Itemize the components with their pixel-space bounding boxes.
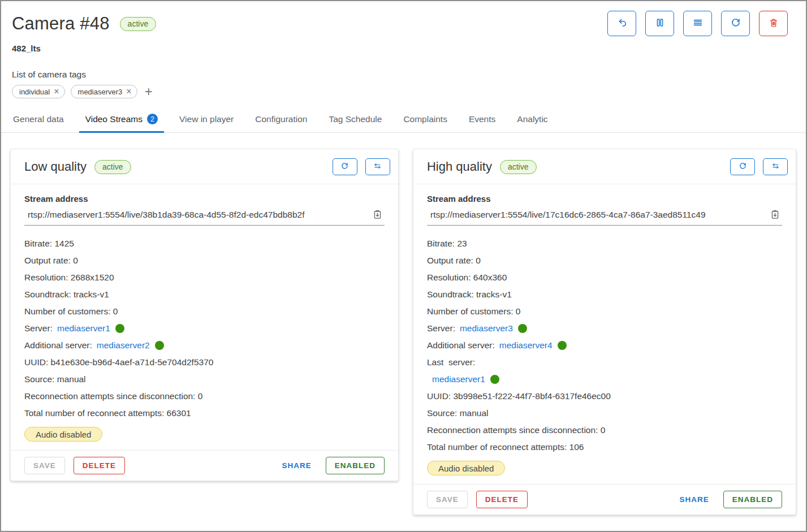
- source: Source: manual: [24, 371, 385, 388]
- stream-address-label: Stream address: [427, 194, 782, 204]
- soundtrack: Soundtrack: tracks-v1: [24, 286, 385, 303]
- server-row: Server: mediaserver3: [427, 320, 782, 337]
- stream-status-badge: active: [94, 160, 131, 174]
- uuid: UUID: b41e630e-b96d-4aef-a71d-5e704d2f53…: [24, 354, 385, 371]
- soundtrack: Soundtrack: tracks-v1: [427, 286, 782, 303]
- page-title: Camera #48: [12, 14, 110, 34]
- trash-icon: [767, 16, 780, 31]
- delete-camera-button[interactable]: [759, 11, 788, 36]
- server-online-dot: [115, 324, 124, 333]
- tag-label: mediaserver3: [78, 88, 123, 96]
- page-header: Camera #48 active 482_lts List of camera…: [1, 1, 806, 98]
- refresh-stream-button[interactable]: [333, 158, 357, 175]
- additional-server-link[interactable]: mediaserver4: [499, 340, 553, 351]
- save-button[interactable]: SAVE: [24, 457, 65, 474]
- bitrate: Bitrate: 23: [427, 235, 782, 252]
- stream-card-low-quality: Low quality active: [10, 149, 399, 481]
- tab-tag-schedule[interactable]: Tag Schedule: [318, 114, 392, 132]
- paste-icon[interactable]: [372, 209, 383, 220]
- audio-disabled-badge: Audio disabled: [427, 461, 505, 475]
- server-online-dot: [155, 341, 164, 350]
- customers-count: Number of customers: 0: [427, 303, 782, 320]
- delete-stream-button[interactable]: DELETE: [476, 491, 528, 508]
- tab-complaints[interactable]: Complaints: [392, 114, 458, 132]
- stream-cards: Low quality active: [1, 133, 806, 515]
- paste-icon[interactable]: [769, 209, 781, 220]
- swap-stream-button[interactable]: [763, 158, 788, 175]
- close-icon[interactable]: ×: [126, 87, 131, 96]
- tabs-bar: General data Video Streams 2 View in pla…: [1, 114, 806, 133]
- stream-title: High quality: [427, 159, 492, 174]
- resolution: Resolution: 640x360: [427, 269, 782, 286]
- enabled-toggle-button[interactable]: ENABLED: [326, 457, 385, 474]
- stream-address-input[interactable]: [430, 210, 769, 220]
- server-online-dot: [518, 324, 527, 333]
- pause-stream-button[interactable]: [645, 11, 674, 36]
- stream-address-label: Stream address: [24, 194, 385, 204]
- refresh-camera-button[interactable]: [721, 11, 750, 36]
- tab-analytic[interactable]: Analytic: [506, 114, 558, 132]
- tag-chip: mediaserver3 ×: [71, 85, 137, 98]
- swap-stream-button[interactable]: [365, 158, 390, 175]
- customers-count: Number of customers: 0: [24, 303, 385, 320]
- server-row: Server: mediaserver1: [24, 320, 385, 337]
- stream-info-list: Bitrate: 23 Output rate: 0 Resolution: 6…: [427, 226, 782, 456]
- tab-video-streams[interactable]: Video Streams 2: [75, 114, 169, 132]
- card-footer: SAVE DELETE SHARE ENABLED: [11, 450, 398, 481]
- refresh-icon: [730, 16, 742, 31]
- refresh-icon: [738, 161, 748, 172]
- card-header: Low quality active: [11, 149, 398, 184]
- last-server-link[interactable]: mediaserver1: [432, 374, 485, 384]
- resolution: Resolution: 2688x1520: [24, 269, 385, 286]
- undo-icon: [616, 16, 628, 31]
- stream-status-badge: active: [500, 160, 537, 174]
- delete-stream-button[interactable]: DELETE: [74, 457, 125, 474]
- tab-general-data[interactable]: General data: [2, 114, 75, 132]
- bitrate: Bitrate: 1425: [24, 235, 385, 252]
- additional-server-label: Additional server:: [427, 340, 495, 351]
- swap-horizontal-icon: [373, 161, 382, 172]
- save-button[interactable]: SAVE: [427, 491, 468, 508]
- reconnection-attempts: Reconnection attempts since disconnectio…: [427, 422, 782, 439]
- server-label: Server:: [427, 323, 455, 334]
- card-footer: SAVE DELETE SHARE ENABLED: [413, 484, 796, 514]
- share-button[interactable]: SHARE: [276, 457, 317, 474]
- output-rate: Output rate: 0: [427, 252, 782, 269]
- refresh-icon: [340, 161, 349, 172]
- swap-horizontal-icon: [771, 161, 780, 172]
- list-icon: [692, 16, 704, 31]
- audio-disabled-badge: Audio disabled: [24, 427, 102, 442]
- share-button[interactable]: SHARE: [674, 491, 714, 508]
- server-link[interactable]: mediaserver1: [57, 323, 110, 334]
- tab-configuration[interactable]: Configuration: [244, 114, 318, 132]
- additional-server-link[interactable]: mediaserver2: [97, 340, 150, 351]
- server-link[interactable]: mediaserver3: [460, 323, 513, 334]
- refresh-stream-button[interactable]: [730, 158, 755, 175]
- uuid: UUID: 3b998e51-f222-44f7-8bf4-6317fe46ec…: [427, 388, 782, 405]
- stream-address-row: [427, 205, 782, 226]
- undo-button[interactable]: [607, 11, 636, 36]
- total-reconnect-attempts: Total number of reconnect attempts: 106: [427, 439, 782, 456]
- reconnection-attempts: Reconnection attempts since disconnectio…: [24, 388, 385, 405]
- card-body: Stream address Bitrate: 23 Output rate: …: [413, 184, 796, 484]
- log-list-button[interactable]: [683, 11, 712, 36]
- server-online-dot: [558, 341, 567, 350]
- camera-detail-page: Camera #48 active 482_lts List of camera…: [0, 0, 807, 532]
- stream-address-input[interactable]: [28, 210, 372, 220]
- close-icon[interactable]: ×: [54, 87, 59, 96]
- enabled-toggle-button[interactable]: ENABLED: [723, 491, 782, 508]
- additional-server-row: Additional server: mediaserver2: [24, 337, 385, 354]
- stream-card-high-quality: High quality active: [413, 149, 796, 515]
- source: Source: manual: [427, 405, 782, 422]
- tab-events[interactable]: Events: [458, 114, 506, 132]
- tab-view-in-player[interactable]: View in player: [169, 114, 244, 132]
- add-tag-button[interactable]: +: [143, 85, 154, 98]
- card-body: Stream address Bitrate: 1425 Output rate…: [11, 184, 398, 450]
- video-streams-count-badge: 2: [147, 114, 158, 124]
- camera-name: 482_lts: [12, 44, 788, 53]
- camera-status-badge: active: [120, 17, 157, 31]
- last-server-label: Last server:: [427, 354, 782, 371]
- tag-label: individual: [19, 88, 50, 96]
- card-header: High quality active: [413, 149, 796, 184]
- tags-row: individual × mediaserver3 × +: [12, 85, 788, 98]
